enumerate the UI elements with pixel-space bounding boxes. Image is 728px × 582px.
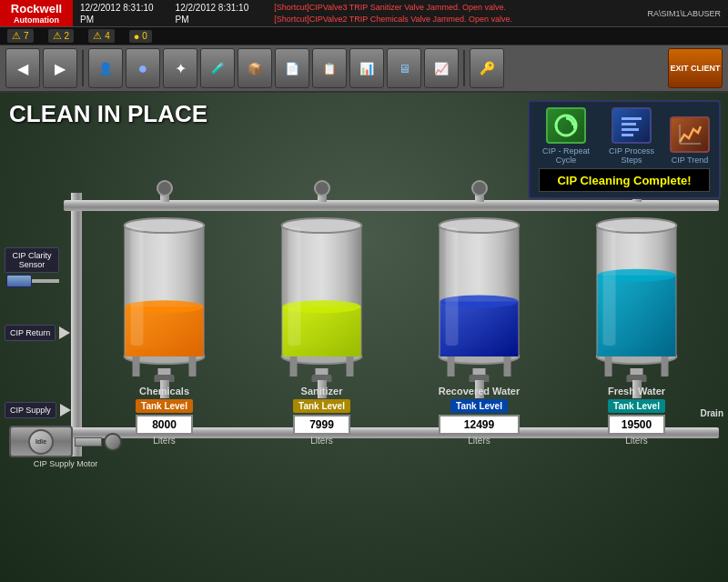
page-title: CLEAN IN PLACE	[9, 100, 207, 128]
tank-name-1: Sanitizer	[293, 386, 350, 396]
cip-return-arrow	[59, 326, 70, 339]
motor-label: CIP Supply Motor	[34, 459, 97, 468]
alarm-count-2: 2	[65, 31, 70, 41]
motor-body: Idle	[9, 426, 73, 457]
tank-unit-3: Liters	[608, 436, 665, 446]
toolbar-btn-chart2[interactable]: 📈	[424, 48, 459, 88]
cip-buttons: CIP - Repeat Cycle CIP Process Steps	[539, 107, 710, 165]
svg-rect-16	[131, 227, 144, 346]
tank-body-1	[248, 200, 395, 382]
svg-rect-2	[622, 117, 642, 120]
alarm-msg2: [Shortcut]CIPValve2 TRIP Chemicals Valve…	[274, 14, 632, 25]
sensor-pipe	[32, 279, 59, 283]
tank-body-2	[406, 200, 552, 382]
svg-rect-30	[290, 356, 298, 376]
alarm-badge-4[interactable]: ● 0	[129, 30, 152, 43]
cip-trend-label: CIP Trend	[672, 156, 708, 165]
tank-level-label-3: Tank Level	[608, 399, 665, 413]
svg-rect-4	[622, 128, 639, 131]
tank-level-label-2: Tank Level	[450, 399, 508, 413]
alarm-messages: [Shortcut]CIPValve3 TRIP Sanitizer Valve…	[267, 2, 640, 25]
svg-rect-17	[133, 356, 140, 376]
motor-area: Idle CIP Supply Motor	[9, 426, 122, 468]
cip-repeat-cycle-button[interactable]: CIP - Repeat Cycle	[539, 107, 593, 165]
alarm-icon-4: ●	[134, 31, 140, 42]
alarm-count-1: 7	[24, 31, 29, 41]
tank-info-3: Fresh Water Tank Level 19500 Liters	[608, 382, 665, 446]
cip-clarity-sensor: CIP ClaritySensor	[5, 247, 59, 287]
motor-circle: Idle	[28, 429, 54, 455]
alarm-msg1: [Shortcut]CIPValve3 TRIP Sanitizer Valve…	[274, 2, 632, 14]
alarm-count-3: 4	[105, 31, 110, 41]
clarity-sensor-icon	[6, 275, 32, 287]
alarm-badge-2[interactable]: ⚠ 2	[48, 29, 75, 43]
cip-clarity-label: CIP ClaritySensor	[5, 247, 59, 273]
toolbar-btn-doc1[interactable]: 📄	[275, 48, 309, 88]
cip-panel: CIP - Repeat Cycle CIP Process Steps	[528, 100, 721, 199]
cip-supply: CIP Supply	[5, 402, 71, 418]
svg-rect-29	[288, 227, 301, 346]
tank-wrapper-2: Recovered Water Tank Level 12499 Liters	[406, 200, 552, 446]
cip-process-steps-button[interactable]: CIP Process Steps	[604, 107, 659, 165]
toolbar-btn-fan[interactable]: ✦	[163, 48, 197, 88]
tank-svg-0	[91, 200, 238, 382]
toolbar-btn-doc2[interactable]: 📋	[312, 48, 347, 88]
nav-back-button[interactable]: ◀	[5, 48, 40, 88]
toolbar-btn-circle[interactable]: ●	[126, 48, 160, 88]
toolbar-btn-users[interactable]: 👤	[88, 48, 123, 88]
motor-pump	[104, 433, 122, 451]
tank-svg-1	[248, 200, 395, 382]
toolbar-btn-drink[interactable]: 🧪	[200, 48, 235, 88]
tank-name-3: Fresh Water	[608, 386, 665, 396]
tank-body-3	[563, 200, 710, 382]
tanks-container: Chemicals Tank Level 8000 Liters	[91, 193, 710, 446]
tank-value-0: 8000	[136, 415, 193, 435]
tank-top-valve-2	[471, 180, 488, 196]
alarm-badge-1[interactable]: ⚠ 7	[7, 29, 34, 43]
cip-return: CIP Return	[5, 325, 70, 341]
svg-rect-18	[189, 356, 197, 376]
svg-rect-57	[662, 356, 669, 376]
datetime-area: 12/2/2012 8:31:10 PM 12/2/2012 8:31:10 P…	[73, 2, 267, 25]
alarm-icon-2: ⚠	[53, 30, 62, 42]
cip-process-icon	[612, 107, 652, 144]
main-area: CLEAN IN PLACE CIP - Repeat Cycle	[0, 93, 728, 582]
tank-level-label-0: Tank Level	[136, 399, 193, 413]
rockwell-logo: Rockwell Automation	[0, 0, 73, 26]
toolbar-btn-box[interactable]: 📦	[238, 48, 272, 88]
top-bar: Rockwell Automation 12/2/2012 8:31:10 PM…	[0, 0, 728, 27]
alarm-bar: ⚠ 7 ⚠ 2 ⚠ 4 ● 0	[0, 27, 728, 45]
cip-process-label: CIP Process Steps	[604, 146, 659, 165]
cip-supply-arrow	[60, 404, 71, 416]
left-vertical-pipe	[71, 193, 82, 457]
tank-unit-0: Liters	[136, 436, 193, 446]
drain-label: Drain	[700, 408, 723, 418]
cip-trend-button[interactable]: CIP Trend	[670, 116, 710, 165]
tank-name-2: Recovered Water	[439, 386, 520, 396]
tank-value-2: 12499	[439, 415, 520, 435]
svg-rect-5	[622, 134, 633, 136]
pipeline-area: CIP ClaritySensor CIP Return CIP Supply …	[0, 175, 728, 473]
alarm-icon-3: ⚠	[93, 30, 102, 42]
nav-forward-button[interactable]: ▶	[43, 48, 77, 88]
exit-client-button[interactable]: EXIT CLIENT	[668, 48, 723, 88]
tank-info-2: Recovered Water Tank Level 12499 Liters	[439, 382, 520, 446]
svg-rect-42	[446, 227, 459, 346]
tank-body-0	[91, 200, 238, 382]
tank-wrapper-1: Sanitizer Tank Level 7999 Liters	[248, 200, 395, 446]
toolbar-btn-key[interactable]: 🔑	[470, 48, 504, 88]
toolbar-btn-monitor[interactable]: 🖥	[387, 48, 421, 88]
toolbar-btn-chart1[interactable]: 📊	[349, 48, 384, 88]
alarm-icon-1: ⚠	[12, 30, 21, 42]
cip-status-text: CIP Cleaning Complete!	[557, 174, 691, 187]
svg-rect-55	[603, 227, 616, 346]
user-area: RA\SIM1\LABUSER	[640, 9, 728, 18]
cip-trend-icon	[670, 116, 710, 153]
toolbar: ◀ ▶ 👤 ● ✦ 🧪 📦 📄 📋 📊 🖥 📈 🔑 EXIT CLIENT	[0, 45, 728, 93]
datetime2: 12/2/2012 8:31:10 PM	[176, 2, 260, 25]
svg-rect-3	[622, 123, 636, 125]
tank-wrapper-0: Chemicals Tank Level 8000 Liters	[91, 200, 238, 446]
alarm-badge-3[interactable]: ⚠ 4	[88, 29, 115, 43]
tank-top-valve-0	[157, 180, 173, 196]
cip-repeat-icon	[546, 107, 586, 144]
